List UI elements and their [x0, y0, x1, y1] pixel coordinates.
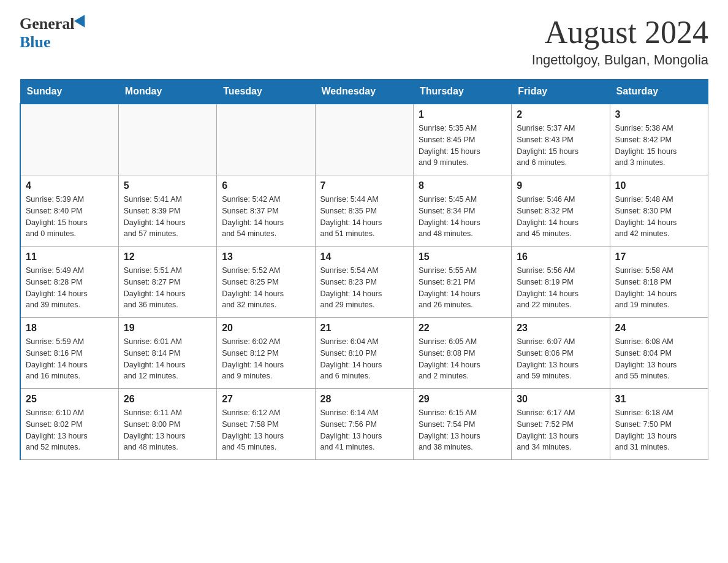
month-title: August 2024: [532, 15, 708, 50]
day-number: 4: [26, 180, 113, 191]
calendar-cell: 26Sunrise: 6:11 AMSunset: 8:00 PMDayligh…: [118, 389, 216, 460]
calendar-cell: 28Sunrise: 6:14 AMSunset: 7:56 PMDayligh…: [315, 389, 413, 460]
calendar-cell: 24Sunrise: 6:08 AMSunset: 8:04 PMDayligh…: [610, 318, 708, 389]
weekday-header-sunday: Sunday: [20, 80, 118, 104]
day-number: 14: [320, 251, 408, 262]
day-info: Sunrise: 5:58 AMSunset: 8:18 PMDaylight:…: [615, 265, 703, 311]
calendar-week-row: 1Sunrise: 5:35 AMSunset: 8:45 PMDaylight…: [20, 104, 708, 175]
day-number: 15: [419, 251, 506, 262]
calendar-cell: 22Sunrise: 6:05 AMSunset: 8:08 PMDayligh…: [413, 318, 511, 389]
day-info: Sunrise: 5:46 AMSunset: 8:32 PMDaylight:…: [517, 194, 604, 240]
day-info: Sunrise: 5:45 AMSunset: 8:34 PMDaylight:…: [419, 194, 506, 240]
day-info: Sunrise: 6:10 AMSunset: 8:02 PMDaylight:…: [26, 407, 113, 453]
day-info: Sunrise: 6:02 AMSunset: 8:12 PMDaylight:…: [222, 336, 309, 382]
day-info: Sunrise: 5:41 AMSunset: 8:39 PMDaylight:…: [124, 194, 211, 240]
calendar-cell: 31Sunrise: 6:18 AMSunset: 7:50 PMDayligh…: [610, 389, 708, 460]
calendar-cell: 20Sunrise: 6:02 AMSunset: 8:12 PMDayligh…: [217, 318, 315, 389]
calendar-cell: 29Sunrise: 6:15 AMSunset: 7:54 PMDayligh…: [413, 389, 511, 460]
day-info: Sunrise: 5:51 AMSunset: 8:27 PMDaylight:…: [124, 265, 211, 311]
calendar-cell: 6Sunrise: 5:42 AMSunset: 8:37 PMDaylight…: [217, 175, 315, 247]
day-number: 29: [419, 394, 506, 405]
weekday-header-saturday: Saturday: [610, 80, 708, 104]
weekday-header-friday: Friday: [512, 80, 610, 104]
day-number: 27: [222, 394, 309, 405]
calendar-week-row: 4Sunrise: 5:39 AMSunset: 8:40 PMDaylight…: [20, 175, 708, 247]
day-info: Sunrise: 5:38 AMSunset: 8:42 PMDaylight:…: [615, 123, 703, 169]
calendar-cell: 30Sunrise: 6:17 AMSunset: 7:52 PMDayligh…: [512, 389, 610, 460]
calendar-cell: 27Sunrise: 6:12 AMSunset: 7:58 PMDayligh…: [217, 389, 315, 460]
weekday-header-thursday: Thursday: [413, 80, 511, 104]
day-number: 5: [124, 180, 211, 191]
calendar-cell: 12Sunrise: 5:51 AMSunset: 8:27 PMDayligh…: [118, 247, 216, 318]
day-number: 12: [124, 251, 211, 262]
calendar-cell: 21Sunrise: 6:04 AMSunset: 8:10 PMDayligh…: [315, 318, 413, 389]
location-subtitle: Ingettolgoy, Bulgan, Mongolia: [532, 52, 708, 68]
day-number: 28: [320, 394, 408, 405]
logo-triangle-icon: [74, 15, 89, 31]
day-number: 23: [517, 323, 604, 334]
calendar-cell: 13Sunrise: 5:52 AMSunset: 8:25 PMDayligh…: [217, 247, 315, 318]
calendar-cell: 11Sunrise: 5:49 AMSunset: 8:28 PMDayligh…: [20, 247, 118, 318]
day-info: Sunrise: 6:01 AMSunset: 8:14 PMDaylight:…: [124, 336, 211, 382]
day-number: 25: [26, 394, 113, 405]
calendar-cell: 10Sunrise: 5:48 AMSunset: 8:30 PMDayligh…: [610, 175, 708, 247]
calendar-cell: 5Sunrise: 5:41 AMSunset: 8:39 PMDaylight…: [118, 175, 216, 247]
day-number: 31: [615, 394, 703, 405]
title-area: August 2024 Ingettolgoy, Bulgan, Mongoli…: [532, 15, 708, 68]
day-number: 24: [615, 323, 703, 334]
day-info: Sunrise: 6:18 AMSunset: 7:50 PMDaylight:…: [615, 407, 703, 453]
day-number: 16: [517, 251, 604, 262]
calendar-cell: 14Sunrise: 5:54 AMSunset: 8:23 PMDayligh…: [315, 247, 413, 318]
calendar-cell: 18Sunrise: 5:59 AMSunset: 8:16 PMDayligh…: [20, 318, 118, 389]
day-number: 13: [222, 251, 309, 262]
calendar-cell: 9Sunrise: 5:46 AMSunset: 8:32 PMDaylight…: [512, 175, 610, 247]
day-info: Sunrise: 5:48 AMSunset: 8:30 PMDaylight:…: [615, 194, 703, 240]
day-number: 17: [615, 251, 703, 262]
calendar-cell: 1Sunrise: 5:35 AMSunset: 8:45 PMDaylight…: [413, 104, 511, 175]
day-number: 19: [124, 323, 211, 334]
calendar-cell: 8Sunrise: 5:45 AMSunset: 8:34 PMDaylight…: [413, 175, 511, 247]
day-number: 9: [517, 180, 604, 191]
calendar-cell: 4Sunrise: 5:39 AMSunset: 8:40 PMDaylight…: [20, 175, 118, 247]
day-info: Sunrise: 5:39 AMSunset: 8:40 PMDaylight:…: [26, 194, 113, 240]
weekday-header-tuesday: Tuesday: [217, 80, 315, 104]
day-info: Sunrise: 5:49 AMSunset: 8:28 PMDaylight:…: [26, 265, 113, 311]
page-header: General Blue August 2024 Ingettolgoy, Bu…: [20, 15, 708, 68]
day-info: Sunrise: 6:12 AMSunset: 7:58 PMDaylight:…: [222, 407, 309, 453]
day-info: Sunrise: 6:15 AMSunset: 7:54 PMDaylight:…: [419, 407, 506, 453]
calendar-cell: 7Sunrise: 5:44 AMSunset: 8:35 PMDaylight…: [315, 175, 413, 247]
day-info: Sunrise: 5:59 AMSunset: 8:16 PMDaylight:…: [26, 336, 113, 382]
calendar-cell: 15Sunrise: 5:55 AMSunset: 8:21 PMDayligh…: [413, 247, 511, 318]
weekday-header-monday: Monday: [118, 80, 216, 104]
day-info: Sunrise: 5:54 AMSunset: 8:23 PMDaylight:…: [320, 265, 408, 311]
day-number: 8: [419, 180, 506, 191]
calendar-cell: 17Sunrise: 5:58 AMSunset: 8:18 PMDayligh…: [610, 247, 708, 318]
day-number: 22: [419, 323, 506, 334]
day-number: 3: [615, 109, 703, 120]
day-info: Sunrise: 6:07 AMSunset: 8:06 PMDaylight:…: [517, 336, 604, 382]
calendar-cell: [118, 104, 216, 175]
calendar-table: SundayMondayTuesdayWednesdayThursdayFrid…: [20, 79, 708, 460]
calendar-week-row: 11Sunrise: 5:49 AMSunset: 8:28 PMDayligh…: [20, 247, 708, 318]
day-info: Sunrise: 6:11 AMSunset: 8:00 PMDaylight:…: [124, 407, 211, 453]
calendar-cell: 19Sunrise: 6:01 AMSunset: 8:14 PMDayligh…: [118, 318, 216, 389]
day-number: 2: [517, 109, 604, 120]
calendar-cell: 23Sunrise: 6:07 AMSunset: 8:06 PMDayligh…: [512, 318, 610, 389]
calendar-cell: 16Sunrise: 5:56 AMSunset: 8:19 PMDayligh…: [512, 247, 610, 318]
day-info: Sunrise: 5:37 AMSunset: 8:43 PMDaylight:…: [517, 123, 604, 169]
calendar-cell: [20, 104, 118, 175]
day-number: 26: [124, 394, 211, 405]
day-info: Sunrise: 5:35 AMSunset: 8:45 PMDaylight:…: [419, 123, 506, 169]
day-number: 7: [320, 180, 408, 191]
calendar-week-row: 18Sunrise: 5:59 AMSunset: 8:16 PMDayligh…: [20, 318, 708, 389]
day-info: Sunrise: 5:44 AMSunset: 8:35 PMDaylight:…: [320, 194, 408, 240]
day-info: Sunrise: 6:04 AMSunset: 8:10 PMDaylight:…: [320, 336, 408, 382]
logo-blue-part: [75, 20, 88, 28]
weekday-header-row: SundayMondayTuesdayWednesdayThursdayFrid…: [20, 80, 708, 104]
calendar-week-row: 25Sunrise: 6:10 AMSunset: 8:02 PMDayligh…: [20, 389, 708, 460]
logo-general-text: General: [20, 15, 75, 33]
weekday-header-wednesday: Wednesday: [315, 80, 413, 104]
day-number: 30: [517, 394, 604, 405]
day-info: Sunrise: 6:08 AMSunset: 8:04 PMDaylight:…: [615, 336, 703, 382]
calendar-cell: 2Sunrise: 5:37 AMSunset: 8:43 PMDaylight…: [512, 104, 610, 175]
